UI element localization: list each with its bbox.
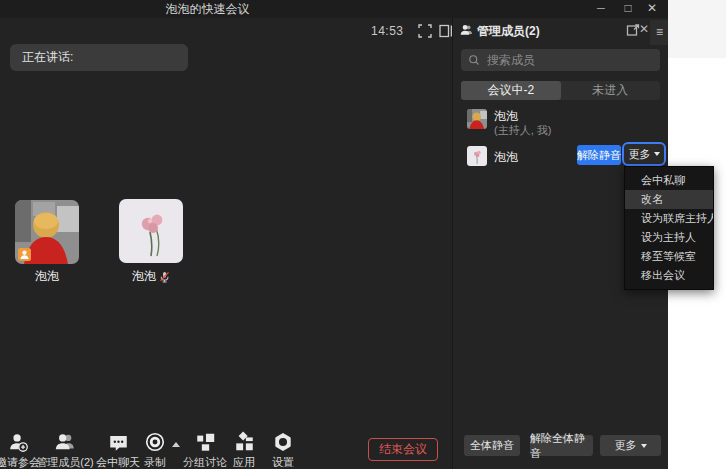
titlebar: 泡泡的快速会议 ─ □ ✕	[0, 0, 668, 18]
search-icon	[468, 54, 480, 66]
member-search[interactable]	[461, 49, 660, 71]
member-row-host[interactable]: 泡泡 (主持人, 我)	[453, 105, 668, 141]
layout-view-icon[interactable]	[439, 24, 453, 38]
mic-muted-icon	[159, 271, 170, 283]
menu-item-private-chat[interactable]: 会中私聊	[625, 171, 713, 190]
menu-item-make-cohost[interactable]: 设为联席主持人	[625, 209, 713, 228]
search-input[interactable]	[485, 52, 639, 68]
fullscreen-icon[interactable]	[418, 24, 432, 38]
member-role: (主持人, 我)	[494, 123, 551, 138]
speaking-indicator: 正在讲话:	[10, 44, 188, 71]
panel-header: 管理成员(2) ✕ ≡	[453, 18, 668, 44]
host-badge-icon	[18, 248, 31, 261]
unmute-all-button[interactable]: 解除全体静音	[530, 435, 593, 456]
tab-in-meeting[interactable]: 会议中-2	[461, 81, 561, 100]
toolbar-settings[interactable]: 设置	[251, 431, 315, 469]
screen: 泡泡的快速会议 ─ □ ✕ 14:53 正在讲话:	[0, 0, 726, 469]
members-icon	[459, 23, 474, 37]
tile-1-name: 泡泡	[15, 268, 79, 285]
video-tile-1[interactable]	[15, 200, 79, 264]
meeting-window: 泡泡的快速会议 ─ □ ✕ 14:53 正在讲话:	[0, 0, 668, 469]
window-title: 泡泡的快速会议	[0, 0, 415, 18]
tab-not-joined[interactable]: 未进入	[561, 81, 661, 100]
maximize-button[interactable]: □	[617, 0, 639, 18]
member-tabs: 会议中-2 未进入	[461, 81, 660, 100]
undock-panel-icon[interactable]	[626, 23, 640, 37]
menu-item-remove-from-meeting[interactable]: 移出会议	[625, 266, 713, 285]
end-meeting-button[interactable]: 结束会议	[368, 438, 438, 461]
main-area: 14:53 正在讲话:	[0, 18, 452, 469]
tile-2-name: 泡泡	[119, 268, 183, 285]
mute-all-button[interactable]: 全体静音	[464, 435, 520, 456]
menu-item-rename[interactable]: 改名	[625, 190, 713, 209]
menu-item-make-host[interactable]: 设为主持人	[625, 228, 713, 247]
caret-down-icon	[641, 444, 647, 448]
caret-down-icon	[654, 152, 660, 156]
meeting-clock: 14:53	[371, 24, 404, 38]
panel-overflow-menu-icon[interactable]: ≡	[650, 20, 668, 45]
settings-gear-icon	[251, 431, 315, 453]
member-name: 泡泡	[494, 149, 518, 166]
minimize-button[interactable]: ─	[590, 0, 612, 18]
avatar	[467, 109, 487, 129]
member-context-menu: 会中私聊 改名 设为联席主持人 设为主持人 移至等候室 移出会议	[624, 166, 714, 290]
unmute-button[interactable]: 解除静音	[577, 145, 621, 165]
flower-avatar-image	[119, 199, 183, 263]
panel-more-button[interactable]: 更多	[600, 435, 661, 456]
avatar	[467, 146, 487, 166]
menu-item-move-to-waiting-room[interactable]: 移至等候室	[625, 247, 713, 266]
panel-title: 管理成员(2)	[477, 23, 540, 40]
close-button[interactable]: ✕	[641, 0, 663, 18]
video-tile-2[interactable]	[119, 199, 183, 263]
member-more-button[interactable]: 更多	[622, 142, 666, 166]
